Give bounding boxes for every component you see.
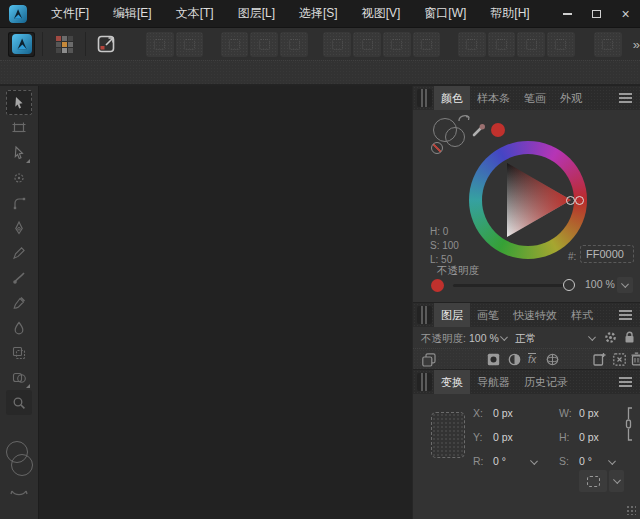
transform-mode-dropdown[interactable] — [609, 470, 624, 492]
designer-persona-icon — [12, 34, 32, 54]
toolbar-icon — [526, 39, 537, 50]
anchor-point-selector[interactable] — [431, 412, 465, 458]
current-color-swatch[interactable] — [491, 123, 505, 137]
rotation-value[interactable]: 0 ° — [493, 455, 506, 467]
h-value[interactable]: 0 px — [579, 431, 599, 443]
pixel-persona-button[interactable] — [50, 32, 78, 57]
tab-navigator[interactable]: 导航器 — [470, 370, 517, 394]
tab-stroke[interactable]: 笔画 — [517, 86, 553, 110]
chevron-down-icon[interactable] — [588, 333, 596, 341]
tab-appearance[interactable]: 外观 — [553, 86, 589, 110]
swap-colors-icon[interactable] — [457, 114, 471, 123]
opacity-slider-track[interactable] — [453, 284, 569, 287]
chevron-down-icon[interactable] — [500, 333, 508, 341]
y-label: Y: — [473, 431, 482, 443]
chevron-down-icon[interactable] — [608, 457, 616, 465]
panel-menu-icon[interactable] — [619, 93, 632, 103]
toolbar-icon — [259, 39, 270, 50]
menu-view[interactable]: 视图[V] — [350, 0, 413, 27]
panel-drag-handle[interactable] — [417, 373, 432, 391]
tab-color[interactable]: 颜色 — [434, 86, 470, 110]
layer-effects-icon[interactable]: fx — [528, 353, 536, 365]
transform-mode-button[interactable] — [579, 470, 607, 492]
eyedropper-icon[interactable] — [471, 122, 487, 138]
toolbar-icon — [154, 39, 165, 50]
stroke-color-circle[interactable] — [11, 454, 33, 476]
maximize-button[interactable] — [582, 0, 611, 27]
tab-layers[interactable]: 图层 — [434, 303, 470, 327]
marks-icon[interactable] — [613, 353, 626, 366]
pencil-tool[interactable] — [6, 240, 32, 265]
panel-drag-handle[interactable] — [417, 306, 432, 324]
tab-brushes[interactable]: 画笔 — [470, 303, 506, 327]
toolbar-overflow-icon[interactable]: » — [633, 37, 640, 52]
fill-tool[interactable] — [6, 315, 32, 340]
zoom-tool[interactable] — [6, 390, 32, 415]
tab-quick-fx[interactable]: 快速特效 — [506, 303, 564, 327]
opacity-color-swatch[interactable] — [431, 279, 444, 292]
hsl-triangle[interactable] — [482, 154, 574, 246]
panel-menu-icon[interactable] — [619, 377, 632, 387]
add-layer-icon[interactable] — [593, 352, 606, 366]
chevron-down-icon[interactable] — [530, 457, 538, 465]
hue-selector-ring[interactable] — [575, 196, 584, 205]
menu-file[interactable]: 文件[F] — [39, 0, 101, 27]
app-logo-icon — [9, 5, 27, 23]
triangle-selector-ring[interactable] — [566, 196, 575, 205]
fill-tool-icon — [11, 320, 27, 336]
opacity-dropdown-button[interactable] — [617, 277, 633, 293]
shape-tool[interactable] — [6, 365, 32, 390]
y-value[interactable]: 0 px — [493, 431, 513, 443]
menu-window[interactable]: 窗口[W] — [412, 0, 478, 27]
lock-icon[interactable] — [624, 331, 635, 344]
tab-transform[interactable]: 变换 — [434, 370, 470, 394]
blend-mode-select[interactable]: 正常 — [515, 332, 536, 346]
tab-styles[interactable]: 样式 — [564, 303, 600, 327]
tab-history[interactable]: 历史记录 — [517, 370, 575, 394]
hex-color-input[interactable] — [580, 245, 634, 263]
corner-tool[interactable] — [6, 190, 32, 215]
tool-fill-stroke-selector[interactable] — [4, 441, 34, 487]
point-transform-tool[interactable] — [6, 165, 32, 190]
no-color-icon[interactable] — [431, 142, 443, 154]
panel-resize-grip[interactable] — [626, 505, 636, 515]
point-transform-tool-icon — [11, 170, 27, 186]
move-tool[interactable] — [6, 90, 32, 115]
layers-opacity-value[interactable]: 100 % — [469, 332, 499, 344]
pen-tool[interactable] — [6, 215, 32, 240]
opacity-slider-knob[interactable] — [563, 279, 575, 291]
w-value[interactable]: 0 px — [579, 407, 599, 419]
menu-text[interactable]: 文本[T] — [164, 0, 226, 27]
rotation-label: R: — [473, 455, 484, 467]
swap-colors-icon[interactable] — [10, 489, 28, 499]
tab-swatches[interactable]: 样本条 — [470, 86, 517, 110]
designer-persona-button[interactable] — [8, 32, 36, 57]
node-tool[interactable] — [6, 140, 32, 165]
stroke-color-circle[interactable] — [445, 127, 465, 147]
menu-edit[interactable]: 编辑[E] — [101, 0, 164, 27]
menu-help[interactable]: 帮助[H] — [478, 0, 541, 27]
panel-menu-icon[interactable] — [619, 310, 632, 320]
aspect-link-icon[interactable] — [625, 406, 633, 442]
transform-panel-body: X: 0 px W: 0 px Y: 0 px H: 0 px R: 0 ° S… — [413, 394, 640, 519]
export-persona-button[interactable] — [93, 32, 121, 57]
adjustment-layer-icon[interactable] — [508, 353, 521, 366]
minimize-button[interactable] — [553, 0, 582, 27]
gear-icon[interactable] — [604, 331, 617, 344]
transparency-tool[interactable] — [6, 340, 32, 365]
layers-stack-icon[interactable] — [422, 353, 436, 367]
menu-select[interactable]: 选择[S] — [287, 0, 350, 27]
artboard-tool[interactable] — [6, 115, 32, 140]
trash-icon[interactable] — [631, 352, 640, 366]
shear-value[interactable]: 0 ° — [579, 455, 592, 467]
live-filter-icon[interactable] — [546, 353, 559, 366]
transparency-tool-icon — [11, 345, 27, 361]
paint-brush-tool[interactable] — [6, 290, 32, 315]
layers-panel: 图层 画笔 快速特效 样式 不透明度: 100 % 正常 — [413, 302, 640, 369]
mask-layer-icon[interactable] — [487, 353, 500, 366]
menu-layer[interactable]: 图层[L] — [226, 0, 287, 27]
close-button[interactable]: × — [611, 0, 640, 27]
vector-brush-tool[interactable] — [6, 265, 32, 290]
panel-drag-handle[interactable] — [417, 89, 432, 107]
x-value[interactable]: 0 px — [493, 407, 513, 419]
